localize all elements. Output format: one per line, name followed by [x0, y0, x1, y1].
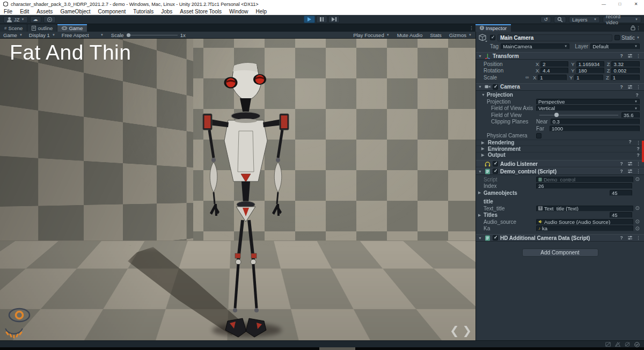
menu-file[interactable]: File: [0, 8, 16, 15]
foldout-open-icon[interactable]: ▼: [478, 85, 482, 89]
preset-icon[interactable]: [627, 235, 633, 240]
foldout-closed-icon[interactable]: ▶: [478, 191, 482, 195]
pause-button[interactable]: [316, 16, 327, 23]
gizmos-dropdown[interactable]: Gizmos ▼: [445, 32, 475, 38]
minimize-button[interactable]: —: [596, 0, 612, 8]
camera-header[interactable]: ▼ Camera ? ⋮: [476, 83, 644, 91]
foldout-open-icon[interactable]: ▼: [478, 170, 482, 173]
hd-camera-data-header[interactable]: ▼ HD Additional Camera Data (Script) ? ⋮: [476, 234, 644, 242]
gameobject-name-field[interactable]: Main Camera: [497, 34, 612, 41]
object-picker-icon[interactable]: ⊙: [635, 206, 640, 211]
prev-arrow[interactable]: ❮: [450, 324, 459, 337]
layout-dropdown[interactable]: record video ▼: [603, 16, 641, 23]
next-arrow[interactable]: ❯: [463, 324, 472, 337]
titles-row[interactable]: ▶ Titles 45: [476, 212, 644, 219]
menu-tutorials[interactable]: Tutorials: [129, 8, 157, 15]
help-icon[interactable]: ?: [635, 152, 641, 158]
account-dropdown[interactable]: JZ ▼: [3, 16, 28, 23]
component-menu-icon[interactable]: ⋮: [636, 83, 641, 91]
menu-asset-store-tools[interactable]: Asset Store Tools: [176, 8, 225, 15]
gameobject-cube-icon[interactable]: [479, 34, 488, 42]
gameobjects-row[interactable]: ▶ Gameobjects 45: [476, 189, 644, 196]
console-info-muted-icon[interactable]: [605, 342, 611, 347]
add-component-button[interactable]: Add Component: [522, 249, 598, 257]
physical-camera-checkbox[interactable]: [536, 133, 541, 138]
help-icon[interactable]: ?: [619, 84, 624, 90]
scale-z-field[interactable]: 1: [611, 75, 640, 81]
layer-dropdown[interactable]: Default: [590, 43, 640, 49]
hd-camera-data-enabled-checkbox[interactable]: [493, 235, 498, 240]
demo-control-header[interactable]: ▼ Demo_control (Script) ? ⋮: [476, 167, 644, 175]
game-panel-menu[interactable]: ⋮: [467, 24, 476, 32]
output-foldout[interactable]: ▶ Output ?: [476, 152, 644, 158]
titles-count-field[interactable]: 45: [610, 212, 632, 218]
scale-slider[interactable]: [127, 35, 178, 35]
environment-foldout[interactable]: ▶ Environment ?: [476, 145, 644, 152]
cloud-button[interactable]: ☁: [30, 16, 41, 23]
play-button[interactable]: [304, 16, 315, 23]
audio-listener-enabled-checkbox[interactable]: [493, 161, 498, 166]
camera-enabled-checkbox[interactable]: [493, 84, 498, 90]
foldout-open-icon[interactable]: ▼: [481, 93, 486, 97]
search-button[interactable]: [554, 16, 566, 23]
foldout-open-icon[interactable]: ▼: [478, 54, 482, 58]
projection-group-row[interactable]: ▼ Projection ?: [476, 92, 644, 99]
scale-slider-knob[interactable]: [127, 33, 130, 37]
console-error-muted-icon[interactable]: [625, 342, 630, 347]
menu-help[interactable]: Help: [252, 8, 271, 15]
foldout-closed-icon[interactable]: ▶: [481, 153, 486, 157]
ka-object-field[interactable]: ♪ ka: [536, 225, 633, 231]
preset-icon[interactable]: [627, 84, 633, 90]
gameobject-enabled-checkbox[interactable]: [490, 35, 495, 40]
help-icon[interactable]: ?: [627, 139, 633, 144]
component-menu-icon[interactable]: ⋮: [636, 52, 641, 60]
fov-slider[interactable]: [539, 115, 618, 115]
menu-assets[interactable]: Assets: [33, 8, 56, 15]
eye-toggle-icon[interactable]: [8, 307, 31, 323]
menu-gameobject[interactable]: GameObject: [56, 8, 94, 15]
aspect-ratio-dropdown[interactable]: Free Aspect ▼: [58, 32, 107, 39]
scale-x-field[interactable]: 1: [538, 75, 567, 81]
foldout-closed-icon[interactable]: ▶: [481, 147, 486, 151]
help-icon[interactable]: ?: [619, 53, 624, 59]
check-circle-icon[interactable]: [634, 342, 640, 347]
menu-jobs[interactable]: Jobs: [157, 8, 176, 15]
step-button[interactable]: [328, 16, 340, 23]
menu-window[interactable]: Window: [225, 8, 252, 15]
foldout-open-icon[interactable]: ▼: [478, 236, 482, 240]
demo-control-enabled-checkbox[interactable]: [493, 169, 498, 174]
audio-listener-header[interactable]: ▼ Audio Listener ? ⋮: [476, 160, 644, 167]
script-object-field[interactable]: Demo_control: [536, 177, 633, 183]
help-icon[interactable]: ?: [619, 161, 624, 166]
display-target-dropdown[interactable]: Display 1 ▼: [26, 32, 58, 39]
static-checkbox[interactable]: [614, 35, 620, 40]
console-warning-muted-icon[interactable]: [615, 342, 620, 347]
foldout-closed-icon[interactable]: ▶: [481, 141, 486, 145]
mute-audio-toggle[interactable]: Mute Audio: [393, 32, 427, 38]
game-display-menu[interactable]: Game ▼: [0, 32, 26, 39]
preset-icon[interactable]: [627, 169, 633, 174]
object-picker-icon[interactable]: ⊙: [635, 226, 640, 231]
help-icon[interactable]: ?: [619, 235, 624, 240]
scale-y-field[interactable]: 1: [574, 75, 603, 81]
position-x-field[interactable]: 2: [540, 61, 568, 67]
component-menu-icon[interactable]: ⋮: [636, 234, 641, 242]
services-button[interactable]: [43, 16, 56, 23]
text-title-object-field[interactable]: T Text_title (Text): [536, 206, 633, 212]
game-viewport[interactable]: Fat And Thin ❮ ❯: [0, 39, 475, 340]
close-button[interactable]: ✕: [628, 0, 644, 8]
fov-slider-knob[interactable]: [554, 113, 559, 117]
preset-icon[interactable]: [627, 161, 633, 166]
foldout-closed-icon[interactable]: ▶: [478, 213, 482, 217]
object-picker-icon[interactable]: ⊙: [635, 177, 640, 182]
fov-axis-dropdown[interactable]: Vertical: [536, 105, 640, 111]
tag-dropdown[interactable]: MainCamera: [501, 43, 569, 49]
static-dropdown-icon[interactable]: ▼: [636, 36, 640, 39]
rotation-z-field[interactable]: 0.002: [611, 68, 640, 74]
near-field[interactable]: 0.3: [551, 119, 640, 125]
help-icon[interactable]: ?: [634, 92, 640, 98]
component-menu-icon[interactable]: ⋮: [636, 160, 641, 167]
stats-toggle[interactable]: Stats: [426, 32, 445, 38]
inspector-panel-menu[interactable]: ⋮: [634, 24, 643, 32]
help-icon[interactable]: ?: [619, 169, 624, 174]
